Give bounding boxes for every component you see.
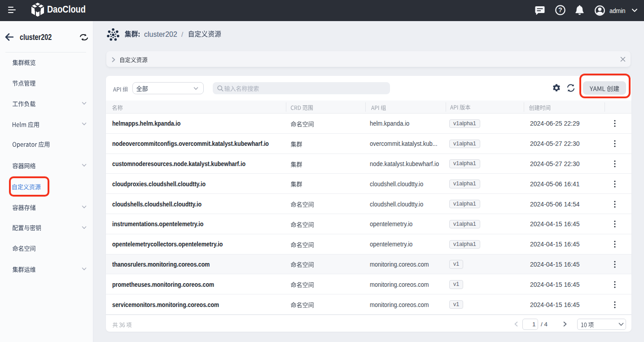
svg-text:?: ? [558, 6, 562, 13]
